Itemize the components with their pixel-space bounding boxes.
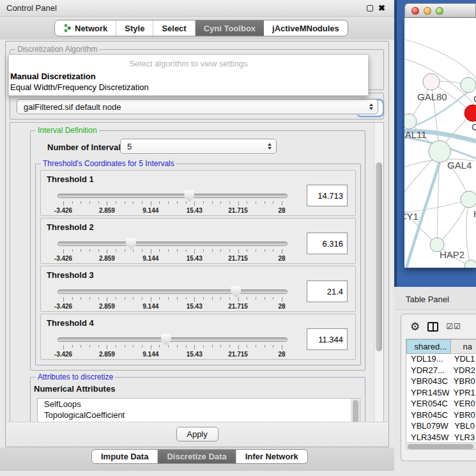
network-node-H[interactable] [461, 191, 476, 208]
split-columns-icon[interactable] [427, 322, 438, 332]
node-label: GAL4 [447, 160, 472, 171]
cell-shared-name[interactable]: YBL079W [406, 421, 450, 433]
column-header-shared-name[interactable]: shared... [406, 339, 451, 354]
tick-mark [98, 249, 99, 252]
cell-shared-name[interactable]: YPR145W [406, 388, 449, 399]
cell-name[interactable]: YER0 [449, 399, 476, 410]
close-icon[interactable]: ✖ [378, 5, 385, 12]
minimize-traffic-light-icon[interactable] [424, 7, 431, 15]
tab-jactivemnodules[interactable]: jActiveMNodules [264, 20, 348, 36]
table-row[interactable]: YDL19...YDL1 [406, 354, 476, 365]
tab-network[interactable]: Network [55, 20, 116, 36]
slider-track[interactable] [58, 242, 288, 246]
network-node-GAL80[interactable] [423, 73, 440, 90]
slider-thumb-icon[interactable] [126, 238, 136, 250]
cell-shared-name[interactable]: YBR043C [406, 376, 449, 388]
table-row[interactable]: YBL079WYBL0 [406, 421, 476, 433]
threshold-value-field[interactable]: 14.713 [307, 185, 348, 206]
tab-impute-data[interactable]: Impute Data [92, 450, 158, 463]
cell-name[interactable]: YBL0 [450, 421, 476, 433]
cell-name[interactable]: YDR2 [449, 365, 476, 377]
apply-button[interactable]: Apply [176, 427, 219, 441]
tick-mark [89, 201, 90, 204]
slider-thumb-icon[interactable] [161, 334, 171, 346]
tab-label: Impute Data [101, 452, 148, 461]
tick-mark [265, 345, 265, 348]
table-row[interactable]: YPR145WYPR1 [406, 388, 476, 399]
number-of-intervals-combobox[interactable]: 5 [120, 139, 277, 154]
tab-infer-network[interactable]: Infer Network [236, 450, 307, 463]
network-node-GAL4[interactable] [429, 141, 450, 162]
algorithm-option-manual[interactable]: Manual Discretization [9, 71, 368, 82]
control-panel-titlebar: Control Panel ✖ [0, 0, 394, 17]
tick-mark [273, 297, 273, 300]
scrollbar-thumb[interactable] [376, 162, 382, 351]
threshold-slider[interactable]: -3.4262.8599.14415.4321.71528 [58, 332, 288, 358]
tick-label: 9.144 [142, 207, 158, 214]
threshold-slider[interactable]: -3.4262.8599.14415.4321.71528 [58, 284, 288, 310]
tab-cyni-toolbox[interactable]: Cyni Toolbox [196, 20, 264, 36]
tab-discretize-data[interactable]: Discretize Data [158, 450, 236, 463]
threshold-slider[interactable]: -3.4262.8599.14415.4321.71528 [58, 236, 288, 262]
cell-shared-name[interactable]: YDL19... [406, 354, 450, 365]
tick-mark [98, 297, 99, 300]
slider-thumb-icon[interactable] [231, 286, 241, 298]
gear-icon[interactable]: ⚙ [410, 321, 420, 332]
numerical-attributes-label: Numerical Attributes [34, 384, 115, 394]
threshold-value-field[interactable]: 21.4 [307, 280, 348, 302]
number-of-intervals-label: Number of Intervals [47, 142, 125, 152]
tick-mark [229, 297, 230, 300]
network-canvas[interactable]: GAL80GACGAL11GAL4GCY1HHAP2 [404, 18, 476, 268]
tick-mark [72, 345, 73, 348]
tick-mark [282, 201, 282, 206]
node-label: GA [473, 93, 476, 104]
control-panel: Control Panel ✖ Network Styl [0, 0, 394, 471]
slider-track[interactable] [58, 194, 288, 198]
table-horizontal-scrollbar[interactable] [406, 442, 476, 450]
scrollbar-thumb[interactable] [408, 444, 473, 449]
network-node-GAL11[interactable] [404, 114, 417, 129]
table-row[interactable]: YER054CYER0 [406, 399, 476, 410]
cell-shared-name[interactable]: YDR27... [406, 365, 449, 377]
settings-scroll-area: Interval Definition Number of Intervals … [10, 122, 384, 422]
table-panel-header: Table Panel [394, 289, 476, 310]
tab-select[interactable]: Select [153, 20, 195, 36]
threshold-value-field[interactable]: 6.316 [307, 233, 348, 254]
tab-label: jActiveMNodules [272, 24, 339, 33]
column-header-name[interactable]: na [451, 339, 476, 354]
network-node-unlabeled[interactable] [464, 260, 476, 268]
slider-thumb-icon[interactable] [184, 190, 194, 202]
zoom-traffic-light-icon[interactable] [436, 7, 443, 15]
settings-vertical-scrollbar[interactable] [374, 123, 383, 422]
table-row[interactable]: YBR045CYBR0 [406, 410, 476, 422]
tick-mark [194, 201, 195, 206]
slider-track[interactable] [58, 337, 288, 342]
cell-name[interactable]: YBR0 [449, 376, 476, 388]
table-row[interactable]: YBR043CYBR0 [406, 376, 476, 388]
checkbox-icons[interactable]: ☑☑ [446, 322, 461, 331]
network-view-window[interactable]: GAL80GACGAL11GAL4GCY1HHAP2 [394, 0, 476, 287]
cell-name[interactable]: YPR1 [449, 388, 476, 399]
threshold-label: Threshold 4 [47, 318, 94, 328]
table-data-combobox[interactable]: galFiltered.sif default node [17, 99, 378, 114]
cell-name[interactable]: YBR0 [449, 410, 476, 422]
tab-style[interactable]: Style [116, 20, 153, 36]
table-row[interactable]: YDR27...YDR2 [406, 365, 476, 377]
attribute-item[interactable]: TopologicalCoefficient [38, 410, 360, 420]
close-traffic-light-icon[interactable] [411, 7, 419, 15]
algorithm-option-equal-width[interactable]: Equal Width/Frequency Discretization [9, 82, 368, 93]
threshold-slider[interactable]: -3.4262.8599.14415.4321.71528 [58, 188, 288, 214]
network-node-GA[interactable] [461, 77, 476, 93]
network-window-titlebar[interactable] [404, 3, 476, 18]
tick-mark [159, 297, 160, 300]
cell-name[interactable]: YDL1 [450, 354, 476, 365]
cell-shared-name[interactable]: YBR045C [406, 410, 449, 422]
slider-track[interactable] [58, 289, 288, 294]
tick-mark [194, 297, 195, 302]
threshold-value-field[interactable]: 11.344 [307, 328, 348, 350]
tick-mark [247, 345, 247, 348]
cell-shared-name[interactable]: YER054C [406, 399, 449, 410]
float-window-icon[interactable] [367, 5, 373, 12]
attribute-item[interactable]: SelfLoops [38, 399, 360, 410]
tick-mark [238, 297, 239, 302]
